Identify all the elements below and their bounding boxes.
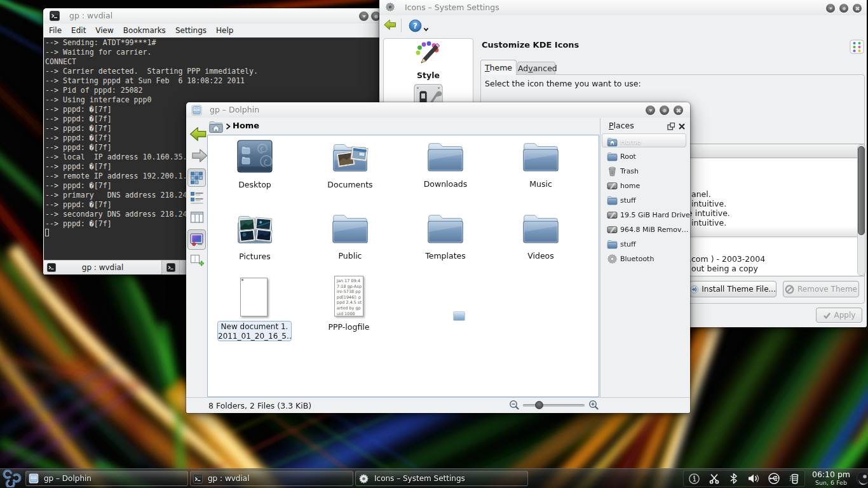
float-panel-icon[interactable]	[667, 123, 675, 130]
back-icon[interactable]	[188, 125, 210, 143]
place-item-trash[interactable]: Trash	[607, 164, 639, 178]
battery-monitor-icon[interactable]	[789, 473, 800, 485]
breadcrumb-arrow-icon	[226, 123, 231, 130]
install-theme-button[interactable]: Install Theme File...	[689, 281, 776, 297]
folder-item-pictures[interactable]: Pictures	[210, 212, 299, 261]
folder-item-public[interactable]: Public	[306, 212, 395, 261]
place-item-home-partition[interactable]: home	[607, 179, 640, 193]
theme-row-fragment[interactable]: anel.	[691, 189, 711, 199]
folder-item-documents[interactable]: Documents	[306, 140, 395, 189]
file-item-ppp-logfile[interactable]: Jan 17 09:4 7:18 gp-Asp ire-5738 pp pd[1…	[334, 276, 363, 316]
taskbar-item-system-settings[interactable]: Icons – System Settings	[355, 471, 528, 486]
place-item-stuff2[interactable]: stuff	[607, 237, 636, 251]
place-item-root[interactable]: Root	[607, 149, 636, 163]
icons-view-button[interactable]	[187, 168, 206, 187]
dolphin-statusbar: 8 Folders, 2 Files (3.3 KiB)	[186, 397, 690, 413]
place-label: 964.8 MiB Remov…	[620, 226, 688, 234]
task-label: gp : wvdial	[208, 474, 249, 483]
place-item-stuff[interactable]: stuff	[607, 193, 636, 207]
konsole-tab[interactable]: gp : wvdial	[44, 261, 162, 274]
konsole-titlebar[interactable]: gp : wvdial	[43, 8, 388, 24]
place-label: Trash	[620, 167, 639, 175]
place-item-hard-drive[interactable]: 19.5 GiB Hard Drive	[607, 208, 690, 222]
drag-ghost-thumbnail	[453, 311, 465, 321]
file-label[interactable]: PPP-logfile	[313, 322, 385, 332]
konsole-icon	[193, 474, 203, 484]
clock-time: 06:10 pm	[808, 470, 854, 478]
theme-row-fragment[interactable]: intuitive.	[691, 199, 726, 208]
folder-item-downloads[interactable]: Downloads	[401, 140, 490, 189]
forward-icon[interactable]	[189, 147, 209, 164]
new-tab-button[interactable]	[162, 261, 180, 274]
folder-label: Videos	[496, 251, 585, 261]
sidebar-item-style[interactable]: Style	[384, 41, 473, 83]
scrollbar-thumb[interactable]	[858, 146, 865, 235]
notifications-icon[interactable]	[688, 473, 700, 485]
columns-view-icon[interactable]	[190, 210, 204, 224]
breadcrumb-home-icon[interactable]	[208, 119, 224, 135]
tab-theme[interactable]: Theme	[480, 60, 517, 75]
svg-text:?: ?	[413, 22, 417, 30]
menu-file[interactable]: File	[44, 25, 66, 36]
zoom-slider-handle[interactable]	[535, 401, 543, 409]
taskbar-item-konsole[interactable]: gp : wvdial	[190, 471, 353, 486]
places-divider[interactable]	[600, 118, 600, 397]
theme-row-fragment[interactable]: e intuitive.	[688, 208, 730, 218]
maximize-button[interactable]	[660, 105, 669, 115]
maximize-glyph-icon	[373, 13, 379, 20]
breadcrumb-home[interactable]: Home	[233, 121, 259, 130]
maximize-button[interactable]	[839, 4, 848, 13]
menu-edit[interactable]: Edit	[67, 25, 90, 36]
file-label-selected[interactable]: New document 1.2011_01_20_16_5…	[217, 321, 292, 341]
menu-settings[interactable]: Settings	[171, 25, 211, 36]
folder-label: Desktop	[210, 180, 299, 189]
tab-advanced[interactable]: Advanced	[517, 62, 555, 75]
split-view-icon[interactable]	[190, 253, 204, 267]
minimize-button[interactable]	[359, 11, 369, 21]
bluetooth-icon[interactable]	[728, 473, 739, 484]
remove-theme-button[interactable]: Remove Theme	[783, 281, 859, 297]
place-item-home[interactable]: Home	[607, 135, 641, 149]
device-notifier-icon[interactable]	[768, 473, 780, 484]
dolphin-icon	[29, 473, 39, 484]
taskbar-item-dolphin[interactable]: gp – Dolphin	[25, 471, 188, 486]
toolbar-separator	[401, 18, 402, 32]
menu-help[interactable]: Help	[212, 25, 238, 36]
preview-button[interactable]	[187, 229, 206, 250]
dolphin-icon	[191, 105, 202, 116]
klipper-icon[interactable]	[709, 473, 720, 484]
menu-view[interactable]: View	[91, 25, 118, 36]
zoom-slider-track[interactable]	[523, 404, 585, 407]
apply-button[interactable]: Apply	[816, 308, 862, 323]
dolphin-titlebar[interactable]: gp – Dolphin	[186, 102, 690, 118]
help-icon[interactable]: ?	[409, 19, 422, 32]
clock[interactable]: 06:10 pm Sun, 6 Feb	[808, 470, 854, 487]
ss-titlebar[interactable]: Icons – System Settings	[379, 0, 867, 15]
close-panel-icon[interactable]	[678, 123, 686, 130]
folder-item-templates[interactable]: Templates	[401, 212, 490, 261]
zoom-in-icon[interactable]	[588, 400, 599, 410]
folder-item-desktop[interactable]: Desktop	[210, 140, 299, 189]
kde-launcher-icon[interactable]	[2, 470, 22, 487]
panel-cashew-icon[interactable]	[855, 471, 868, 487]
close-button[interactable]	[853, 4, 862, 13]
file-item-new-document[interactable]	[240, 278, 268, 316]
menu-bookmarks[interactable]: Bookmarks	[119, 25, 170, 36]
system-tray	[683, 470, 805, 487]
minimize-button[interactable]	[826, 4, 835, 13]
place-item-removable[interactable]: 964.8 MiB Remov…	[607, 222, 688, 236]
folder-icon	[607, 195, 618, 206]
zoom-out-icon[interactable]	[509, 400, 520, 410]
theme-list-scrollbar[interactable]	[857, 144, 865, 276]
close-button[interactable]	[674, 105, 683, 115]
folder-item-videos[interactable]: Videos	[496, 212, 585, 261]
minimize-button[interactable]	[646, 105, 655, 115]
place-item-bluetooth[interactable]: Bluetooth	[607, 252, 654, 266]
details-view-icon[interactable]	[190, 191, 204, 205]
folder-item-music[interactable]: Music	[496, 140, 585, 189]
volume-icon[interactable]	[747, 473, 759, 484]
close-glyph-icon	[855, 6, 860, 11]
back-icon[interactable]	[383, 18, 398, 32]
help-dropdown-caret[interactable]	[423, 27, 429, 32]
ss-window-buttons	[826, 4, 862, 13]
